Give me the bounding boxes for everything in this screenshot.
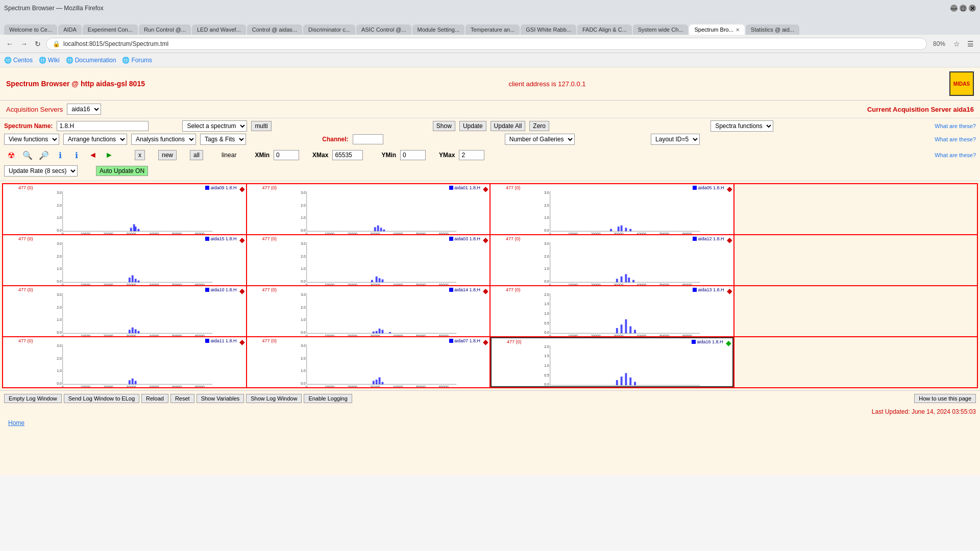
- tab-fadc[interactable]: FADC Align & C...: [577, 24, 632, 35]
- view-functions-dropdown[interactable]: View functions: [4, 134, 59, 145]
- update-all-button[interactable]: Update All: [491, 121, 526, 131]
- arrange-functions-dropdown[interactable]: Arrange functions: [63, 134, 127, 145]
- tab-gsi[interactable]: GSI White Rabb...: [521, 24, 576, 35]
- xmin-input[interactable]: [274, 150, 299, 160]
- enable-logging-button[interactable]: Enable Logging: [304, 394, 352, 403]
- page-title: Spectrum Browser @ http aidas-gsl 8015: [6, 80, 145, 88]
- gallery-cell-7[interactable]: [734, 235, 978, 286]
- gallery-cell-13[interactable]: 477 (0) aida07 1.8.H ◆ 3.02.01.00.0 0100…: [247, 337, 491, 388]
- xmax-label: XMax: [312, 152, 328, 159]
- gallery-cell-1[interactable]: 477 (0) aida01 1.8.H ◆ 3.02.01.00.0 0100…: [247, 184, 491, 235]
- svg-text:0: 0: [62, 385, 64, 388]
- close-button[interactable]: ✕: [969, 5, 976, 12]
- tab-module[interactable]: Module Setting...: [412, 24, 465, 35]
- gallery-cell-8[interactable]: 477 (0) aida10 1.8.H ◆ 3.02.01.00.0 0100…: [3, 286, 247, 337]
- new-button[interactable]: new: [158, 150, 177, 160]
- empty-log-button[interactable]: Empty Log Window: [4, 394, 62, 403]
- status-diamond-icon: ◆: [483, 185, 488, 192]
- tab-asic[interactable]: ASIC Control @...: [356, 24, 411, 35]
- svg-rect-21: [374, 227, 376, 231]
- layout-id-dropdown[interactable]: Layout ID=5: [651, 134, 700, 145]
- gallery-cell-4[interactable]: 477 (0) aida15 1.8.H ◆ 3.02.01.00.0 0100…: [3, 235, 247, 286]
- radioactive-icon[interactable]: ☢: [4, 148, 18, 162]
- auto-update-button[interactable]: Auto Update ON: [96, 166, 148, 176]
- update-button[interactable]: Update: [459, 121, 486, 131]
- tab-spectrum[interactable]: Spectrum Bro... ✕: [689, 24, 744, 35]
- home-link[interactable]: Home: [4, 417, 29, 429]
- forward-button[interactable]: →: [18, 38, 30, 50]
- spectra-functions-dropdown[interactable]: Spectra functions: [710, 120, 773, 132]
- gallery-cell-10[interactable]: 477 (0) aida13 1.8.H ◆ 2.01.51.00.50.0 0…: [490, 286, 734, 337]
- number-galleries-dropdown[interactable]: Number of Galleries: [505, 134, 575, 145]
- tab-aida[interactable]: AIDA: [58, 24, 82, 35]
- show-variables-button[interactable]: Show Variables: [197, 394, 244, 403]
- next-arrow-icon[interactable]: ►: [102, 148, 116, 162]
- bookmark-forums[interactable]: 🌐 Forums: [122, 57, 152, 64]
- update-rate-dropdown[interactable]: Update Rate (8 secs): [4, 165, 78, 177]
- tab-led[interactable]: LED and Wavef...: [192, 24, 246, 35]
- ymax-input[interactable]: [459, 150, 484, 160]
- bookmark-documentation[interactable]: 🌐 Documentation: [66, 57, 116, 64]
- maximize-button[interactable]: □: [960, 5, 967, 12]
- tab-systemwide[interactable]: System wide Ch...: [633, 24, 689, 35]
- menu-button[interactable]: ☰: [965, 38, 976, 50]
- gallery-cell-3[interactable]: [734, 184, 978, 235]
- tab-statistics[interactable]: Statistics @ aid...: [746, 24, 799, 35]
- info-icon[interactable]: ℹ: [53, 148, 67, 162]
- svg-rect-196: [616, 380, 618, 385]
- gallery-cell-9[interactable]: 477 (0) aida14 1.8.H ◆ 3.02.01.00.0 0100…: [247, 286, 491, 337]
- url-bar[interactable]: 🔒 localhost:8015/Spectrum/Spectrum.tml: [46, 38, 927, 50]
- show-button[interactable]: Show: [433, 121, 455, 131]
- ymin-input[interactable]: [400, 150, 426, 160]
- gallery-cell-14[interactable]: 477 (0) aida16 1.8.H ◆ 2.01.51.00.50.0 0…: [490, 337, 734, 388]
- all-button[interactable]: all: [190, 150, 203, 160]
- gallery-cell-5[interactable]: 477 (0) aida03 1.8.H ◆ 3.02.01.00.0 0100…: [247, 235, 491, 286]
- gallery-cell-0[interactable]: 477 (0) aida09 1.8.H ◆ 3.02.01.00.0 0100…: [3, 184, 247, 235]
- spectrum-name-input[interactable]: [57, 121, 149, 131]
- tab-close-icon[interactable]: ✕: [736, 27, 740, 33]
- gallery-cell-11[interactable]: [734, 286, 978, 337]
- tab-discriminator[interactable]: Discriminator c...: [303, 24, 355, 35]
- chart-title: 477 (0): [262, 185, 277, 190]
- acq-server-select[interactable]: aida16: [67, 104, 101, 115]
- bookmark-centos[interactable]: 🌐 Centos: [4, 57, 33, 64]
- zoom-in-icon[interactable]: 🔍: [20, 148, 35, 162]
- minimize-button[interactable]: —: [950, 5, 958, 12]
- tab-temperature[interactable]: Temperature an...: [465, 24, 520, 35]
- multi-button[interactable]: multi: [251, 121, 271, 131]
- chart-title: 477 (0): [262, 338, 277, 343]
- what-these-2[interactable]: What are these?: [935, 136, 976, 142]
- tab-experiment[interactable]: Experiment Con...: [83, 24, 138, 35]
- x-button[interactable]: x: [135, 150, 145, 160]
- tab-welcome[interactable]: Welcome to Ce...: [4, 24, 57, 35]
- gallery-cell-15[interactable]: [734, 337, 978, 388]
- select-spectrum-dropdown[interactable]: Select a spectrum: [182, 120, 247, 132]
- star-button[interactable]: ☆: [951, 38, 962, 50]
- bookmark-wiki[interactable]: 🌐 Wiki: [39, 57, 60, 64]
- reset-button[interactable]: Reset: [170, 394, 194, 403]
- tab-runcontrol[interactable]: Run Control @...: [139, 24, 191, 35]
- svg-rect-145: [621, 324, 623, 333]
- xmax-input[interactable]: [332, 150, 363, 160]
- reload-button[interactable]: Reload: [141, 394, 168, 403]
- zoom-out-icon[interactable]: 🔎: [37, 148, 51, 162]
- tags-fits-dropdown[interactable]: Tags & Fits: [200, 134, 246, 145]
- prev-arrow-icon[interactable]: ◄: [86, 148, 100, 162]
- svg-rect-147: [629, 327, 631, 334]
- info2-icon[interactable]: ℹ: [69, 148, 84, 162]
- how-to-use-button[interactable]: How to use this page: [914, 394, 976, 403]
- zero-button[interactable]: Zero: [529, 121, 549, 131]
- gallery-cell-2[interactable]: 477 (0) aida05 1.8.H ◆ 3.02.01.00.0 0100…: [490, 184, 734, 235]
- send-log-button[interactable]: Send Log Window to ELog: [64, 394, 139, 403]
- gallery-cell-6[interactable]: 477 (0) aida12 1.8.H ◆ 3.02.01.00.0 0100…: [490, 235, 734, 286]
- analysis-functions-dropdown[interactable]: Analysis functions: [131, 134, 196, 145]
- channel-input[interactable]: [353, 134, 383, 144]
- what-these-1[interactable]: What are these?: [935, 123, 976, 129]
- show-log-button[interactable]: Show Log Window: [246, 394, 302, 403]
- svg-text:0.0: 0.0: [544, 331, 549, 334]
- back-button[interactable]: ←: [4, 38, 15, 50]
- reload-nav-button[interactable]: ↻: [33, 38, 43, 50]
- tab-control[interactable]: Control @ aidas...: [247, 24, 302, 35]
- what-these-3[interactable]: What are these?: [935, 152, 976, 158]
- gallery-cell-12[interactable]: 477 (0) aida11 1.8.H ◆ 3.02.01.00.0 0100…: [3, 337, 247, 388]
